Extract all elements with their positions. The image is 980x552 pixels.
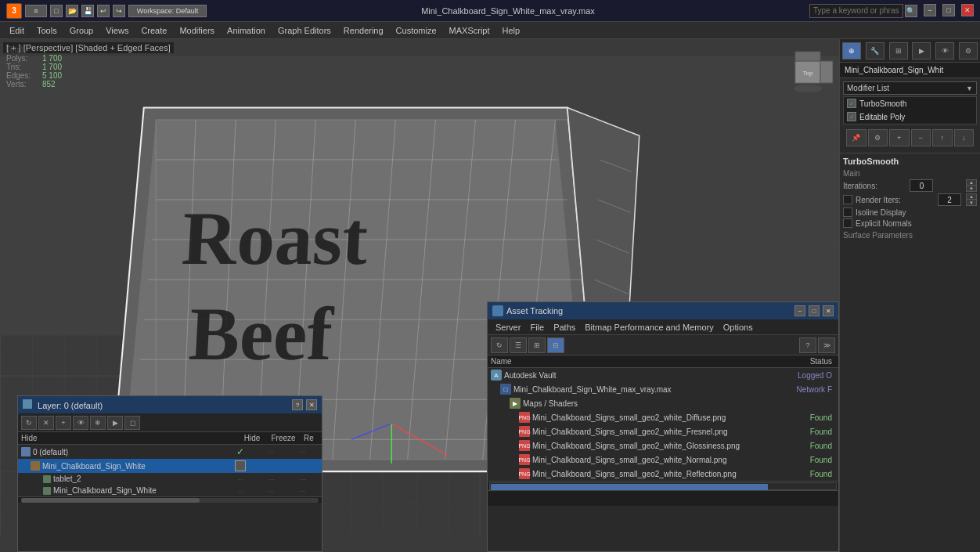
new-btn[interactable]: □ bbox=[50, 5, 63, 17]
lm-dots-sign-render: ··· bbox=[287, 462, 319, 470]
at-menu-paths[interactable]: Paths bbox=[549, 322, 580, 333]
rpanel-tab-hierarchy[interactable]: ⊞ bbox=[889, 42, 908, 60]
menu-maxscript[interactable]: MAXScript bbox=[443, 24, 496, 37]
menu-animation[interactable]: Animation bbox=[221, 24, 272, 37]
menu-tools[interactable]: Tools bbox=[31, 24, 63, 37]
lm-tool-refresh[interactable]: ↻ bbox=[21, 416, 37, 430]
ts-render-iters-checkbox[interactable] bbox=[843, 195, 852, 204]
at-row-diffuse[interactable]: PNG Mini_Chalkboard_Signs_small_geo2_whi… bbox=[488, 410, 838, 424]
titlebar-controls: 🔍 − □ ✕ bbox=[809, 4, 974, 18]
redo-btn[interactable]: ↪ bbox=[113, 5, 125, 17]
at-tool-refresh[interactable]: ↻ bbox=[491, 337, 508, 353]
undo-btn[interactable]: ↩ bbox=[97, 5, 110, 17]
lm-titlebar[interactable]: Layer: 0 (default) ? ✕ bbox=[18, 396, 322, 413]
ts-render-iters-input[interactable] bbox=[938, 193, 961, 206]
ts-iter-down[interactable]: ▼ bbox=[967, 186, 976, 191]
mod-tool-up[interactable]: ↑ bbox=[932, 129, 953, 146]
nav-cube[interactable]: Top bbox=[783, 45, 833, 96]
at-scrollbar[interactable] bbox=[488, 481, 838, 490]
ts-isoline-checkbox[interactable] bbox=[843, 207, 852, 217]
at-row-normal[interactable]: PNG Mini_Chalkboard_Signs_small_geo2_whi… bbox=[488, 453, 838, 467]
menu-create[interactable]: Create bbox=[135, 24, 173, 37]
lm-help-btn[interactable]: ? bbox=[292, 399, 303, 410]
rpanel-tab-modify[interactable]: 🔧 bbox=[866, 42, 885, 60]
lm-tool-select[interactable]: ◻ bbox=[124, 416, 140, 430]
at-tool-grid[interactable]: ⊞ bbox=[528, 337, 546, 353]
lm-row-check-sign[interactable] bbox=[225, 460, 256, 471]
modifier-turbosmooth[interactable]: ✓ TurboSmooth bbox=[844, 97, 976, 110]
workspace-btn[interactable]: Workspace: Default bbox=[128, 5, 207, 17]
at-row-vault[interactable]: A Autodesk Vault Logged O bbox=[488, 368, 838, 382]
at-row-fresnel[interactable]: PNG Mini_Chalkboard_Signs_small_geo2_whi… bbox=[488, 424, 838, 438]
rpanel-tab-utilities[interactable]: ⚙ bbox=[959, 42, 978, 60]
menu-views[interactable]: Views bbox=[99, 24, 135, 37]
at-menu-server[interactable]: Server bbox=[491, 322, 525, 333]
lm-row-sign2[interactable]: Mini_Chalkboard_Sign_White ··· ··· ··· bbox=[18, 485, 322, 496]
at-row-glossiness-name: Mini_Chalkboard_Signs_small_geo2_white_G… bbox=[532, 442, 773, 450]
close-btn[interactable]: ✕ bbox=[961, 4, 974, 16]
modifier-tools: 📌 ⚙ + − ↑ ↓ bbox=[843, 126, 977, 150]
menu-help[interactable]: Help bbox=[496, 24, 527, 37]
mod-tool-down[interactable]: ↓ bbox=[954, 129, 975, 146]
mod-tool-pin[interactable]: 📌 bbox=[846, 129, 867, 146]
ts-render-down[interactable]: ▼ bbox=[967, 200, 976, 205]
maximize-btn[interactable]: □ bbox=[942, 4, 955, 16]
ts-iterations-input[interactable] bbox=[910, 179, 933, 192]
at-titlebar[interactable]: Asset Tracking − □ ✕ bbox=[488, 302, 838, 319]
menu-modifiers[interactable]: Modifiers bbox=[173, 24, 221, 37]
lm-row-default[interactable]: 0 (default) ✓ ··· ··· bbox=[18, 445, 322, 459]
at-row-reflection[interactable]: PNG Mini_Chalkboard_Signs_small_geo2_whi… bbox=[488, 467, 838, 481]
at-menu-options[interactable]: Options bbox=[719, 322, 758, 333]
save-btn[interactable]: 💾 bbox=[81, 5, 94, 17]
ts-render-up[interactable]: ▲ bbox=[967, 194, 976, 200]
at-menu-file[interactable]: File bbox=[525, 322, 549, 333]
lm-tool-render[interactable]: ▶ bbox=[107, 416, 123, 430]
at-close-btn[interactable]: ✕ bbox=[823, 305, 834, 316]
lm-tool-add[interactable]: + bbox=[56, 416, 71, 430]
lm-row-check-default[interactable]: ✓ bbox=[225, 446, 256, 457]
menu-customize[interactable]: Customize bbox=[390, 24, 443, 37]
mod-tool-add[interactable]: + bbox=[889, 129, 910, 146]
mod-tool-config[interactable]: ⚙ bbox=[868, 129, 888, 146]
at-tool-more[interactable]: ≫ bbox=[818, 337, 835, 353]
at-minimize-btn[interactable]: − bbox=[794, 305, 805, 316]
lm-scroll-thumb[interactable] bbox=[21, 498, 200, 503]
lm-visible-check-sign[interactable] bbox=[235, 460, 246, 471]
search-btn[interactable]: 🔍 bbox=[905, 5, 917, 17]
minimize-btn[interactable]: − bbox=[924, 4, 936, 16]
menu-rendering[interactable]: Rendering bbox=[337, 24, 390, 37]
mod-check-turbosmooth[interactable]: ✓ bbox=[847, 99, 856, 108]
lm-tool-delete[interactable]: ✕ bbox=[38, 416, 54, 430]
lm-tool-hide[interactable]: 👁 bbox=[73, 416, 88, 430]
at-scroll-thumb[interactable] bbox=[491, 484, 768, 490]
ts-iter-up[interactable]: ▲ bbox=[967, 180, 976, 186]
at-row-mainfile[interactable]: □ Mini_Chalkboard_Sign_White_max_vray.ma… bbox=[488, 382, 838, 396]
menu-edit[interactable]: Edit bbox=[3, 24, 31, 37]
open-btn[interactable]: 📂 bbox=[66, 5, 78, 17]
menu-graph-editors[interactable]: Graph Editors bbox=[272, 24, 337, 37]
rpanel-tab-motion[interactable]: ▶ bbox=[912, 42, 931, 60]
lm-close-btn[interactable]: ✕ bbox=[306, 399, 317, 410]
ts-explicit-checkbox[interactable] bbox=[843, 218, 852, 228]
at-menu-bitmap[interactable]: Bitmap Performance and Memory bbox=[580, 322, 718, 333]
rpanel-tab-create[interactable]: ⊕ bbox=[842, 42, 861, 60]
at-tool-detail[interactable]: ⊟ bbox=[547, 337, 564, 353]
menu-group[interactable]: Group bbox=[63, 24, 100, 37]
lm-row-sign[interactable]: Mini_Chalkboard_Sign_White ··· ··· bbox=[18, 459, 322, 473]
at-tool-help[interactable]: ? bbox=[799, 337, 816, 353]
search-input[interactable] bbox=[809, 4, 903, 18]
at-row-glossiness[interactable]: PNG Mini_Chalkboard_Signs_small_geo2_whi… bbox=[488, 438, 838, 453]
lm-row-tablet[interactable]: tablet_2 ··· ··· ··· bbox=[18, 473, 322, 485]
mod-tool-delete[interactable]: − bbox=[911, 129, 931, 146]
lm-row-dots-default-freeze: ··· bbox=[256, 448, 287, 456]
at-tool-list[interactable]: ☰ bbox=[510, 337, 527, 353]
rpanel-tab-display[interactable]: 👁 bbox=[935, 42, 954, 60]
at-maximize-btn[interactable]: □ bbox=[809, 305, 820, 316]
modifier-list-header[interactable]: Modifier List ▼ bbox=[843, 81, 977, 95]
mod-check-editpoly[interactable]: ✓ bbox=[847, 112, 856, 121]
titlebar-menu-btn[interactable]: ≡ bbox=[25, 5, 47, 17]
at-row-maps[interactable]: ▶ Maps / Shaders bbox=[488, 396, 838, 410]
lm-tool-freeze[interactable]: ❄ bbox=[90, 416, 106, 430]
modifier-editable-poly[interactable]: ✓ Editable Poly bbox=[844, 110, 976, 123]
lm-scrollbar[interactable] bbox=[18, 496, 322, 503]
